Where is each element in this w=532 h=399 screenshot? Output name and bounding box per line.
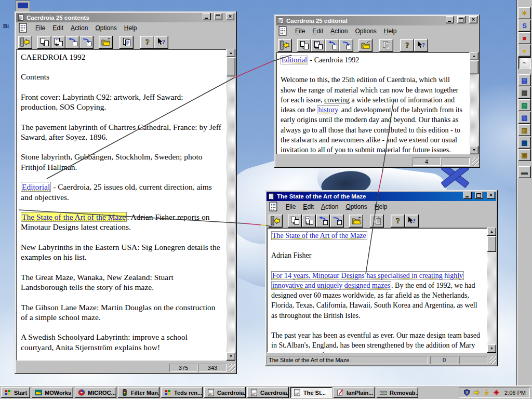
context-help-button[interactable]	[154, 36, 168, 49]
vertical-scrollbar[interactable]	[487, 228, 496, 353]
pda-shortcut[interactable]: ▨	[518, 112, 531, 124]
menu-edit[interactable]: Edit	[299, 202, 317, 211]
menu-file[interactable]: File	[282, 202, 299, 211]
titlebar[interactable]: Caerdroia 25 contents	[16, 13, 235, 22]
scrollbar-thumb[interactable]	[487, 236, 496, 252]
menu-file[interactable]: File	[32, 23, 49, 33]
hyperlink[interactable]: Editorial	[21, 182, 51, 192]
hyperlink[interactable]: The State of the Art of the Maze	[271, 231, 367, 240]
open-button[interactable]	[358, 39, 373, 52]
help-button[interactable]	[400, 39, 414, 52]
menu-edit[interactable]: Edit	[49, 23, 67, 33]
menu-options[interactable]: Options	[351, 26, 380, 36]
sync-shortcut[interactable]: ▧	[518, 99, 531, 111]
menu-file[interactable]: File	[291, 26, 309, 36]
copy-button[interactable]	[379, 39, 393, 52]
menu-action[interactable]: Action	[327, 26, 351, 36]
help-button[interactable]	[140, 36, 154, 49]
resize-grip[interactable]	[489, 356, 496, 364]
replace-button[interactable]	[51, 36, 65, 49]
menu-edit[interactable]: Edit	[309, 26, 327, 36]
copy-page-button[interactable]	[37, 36, 51, 49]
hyperlink[interactable]: history	[317, 105, 339, 114]
antivirus-shield-icon[interactable]	[463, 389, 471, 396]
maximize-button[interactable]	[475, 192, 483, 199]
titlebar[interactable]: Caerdroia 25 editorial	[276, 16, 478, 25]
close-button[interactable]	[469, 16, 477, 23]
menu-help[interactable]: Help	[121, 23, 141, 33]
context-help-button[interactable]	[405, 215, 419, 228]
exit-button[interactable]	[269, 215, 283, 228]
task-caerdroia-contents[interactable]: Caerdroia...	[204, 387, 246, 398]
scroll-down-icon[interactable]	[487, 344, 496, 353]
maximize-button[interactable]	[214, 13, 222, 20]
resize-grip[interactable]	[229, 364, 235, 372]
start-button[interactable]: Start	[1, 387, 30, 398]
replace-button[interactable]	[311, 39, 325, 52]
disk-shortcut[interactable]: ▬	[518, 166, 531, 178]
desktop-icon-partial[interactable]	[16, 1, 30, 12]
document-content[interactable]: The State of the Art of the MazeAdrian F…	[267, 228, 487, 353]
cardfile-shortcut[interactable]: ▩	[518, 137, 531, 149]
minimize-button[interactable]	[446, 16, 454, 23]
vertical-scrollbar[interactable]	[470, 52, 478, 154]
menu-action[interactable]: Action	[317, 202, 342, 211]
hyperlink[interactable]: Editorial	[281, 56, 308, 64]
link-forward-button[interactable]	[339, 39, 353, 52]
document-content[interactable]: CAERDROIA 1992ContentsFront cover: Labyr…	[16, 49, 227, 361]
task-microc[interactable]: MICROC...	[75, 387, 116, 398]
clock[interactable]: 2:06 PM	[504, 390, 526, 396]
close-button[interactable]	[226, 13, 234, 20]
hyperlink[interactable]: The State of the Art of the Maze	[21, 212, 127, 222]
menu-options[interactable]: Options	[91, 23, 120, 33]
virus-sweep-icon[interactable]	[493, 389, 500, 396]
antivirus-shortcut[interactable]: ✶	[518, 7, 531, 19]
menu-help[interactable]: Help	[380, 26, 401, 36]
connect-shortcut[interactable]: ~	[518, 57, 531, 69]
scroll-up-icon[interactable]	[470, 52, 478, 60]
copy-page-button[interactable]	[288, 215, 302, 228]
link-back-button[interactable]	[316, 215, 330, 228]
task-teds[interactable]: Teds ren...	[161, 387, 203, 398]
scroll-down-icon[interactable]	[470, 146, 478, 154]
link-back-button[interactable]	[325, 39, 339, 52]
maximize-button[interactable]	[457, 16, 466, 23]
menu-action[interactable]: Action	[67, 23, 91, 33]
volume-icon[interactable]	[473, 389, 481, 396]
menu-options[interactable]: Options	[342, 202, 370, 211]
scroll-down-icon[interactable]	[227, 352, 235, 361]
task-caerdroia-editorial[interactable]: Caerdroia...	[247, 387, 289, 398]
link-forward-button[interactable]	[79, 36, 94, 49]
copy-button[interactable]	[119, 36, 134, 49]
copy-page-button[interactable]	[297, 39, 311, 52]
document-content[interactable]: Editorial - Caerdroia 1992Welcome to thi…	[276, 52, 470, 154]
schedule-shortcut[interactable]: S	[518, 20, 531, 32]
resize-grip[interactable]	[472, 157, 478, 166]
open-button[interactable]	[99, 36, 113, 49]
wallet-shortcut[interactable]: ▣	[518, 149, 531, 161]
task-filter-manager[interactable]: Filter Man...	[118, 387, 159, 398]
vertical-scrollbar[interactable]	[227, 49, 235, 361]
exit-button[interactable]	[18, 36, 32, 49]
badge-shortcut[interactable]: ●	[518, 45, 531, 57]
scheduler-icon[interactable]	[483, 389, 490, 396]
task-state-of-art[interactable]: The St...	[290, 387, 332, 398]
task-removable[interactable]: Removab...	[377, 387, 418, 398]
copy-button[interactable]	[370, 215, 384, 228]
open-button[interactable]	[349, 215, 363, 228]
minimize-button[interactable]	[463, 192, 472, 199]
mail-shortcut[interactable]: ▥	[518, 124, 531, 136]
laptop-shortcut[interactable]: ▦	[518, 87, 531, 99]
scrollbar-thumb[interactable]	[227, 58, 235, 76]
link-back-button[interactable]	[65, 36, 79, 49]
scrollbar-thumb[interactable]	[470, 61, 478, 74]
desktop-icon-label[interactable]: Bi	[3, 23, 9, 29]
context-help-button[interactable]	[414, 39, 428, 52]
task-ianplain[interactable]: IanPlain...	[334, 387, 375, 398]
minimize-button[interactable]	[203, 13, 211, 20]
scroll-up-icon[interactable]	[487, 228, 496, 236]
print-shortcut[interactable]: ▤	[518, 74, 531, 86]
titlebar[interactable]: The State of the Art of the Maze	[267, 192, 496, 201]
scroll-up-icon[interactable]	[227, 49, 235, 57]
replace-button[interactable]	[302, 215, 316, 228]
